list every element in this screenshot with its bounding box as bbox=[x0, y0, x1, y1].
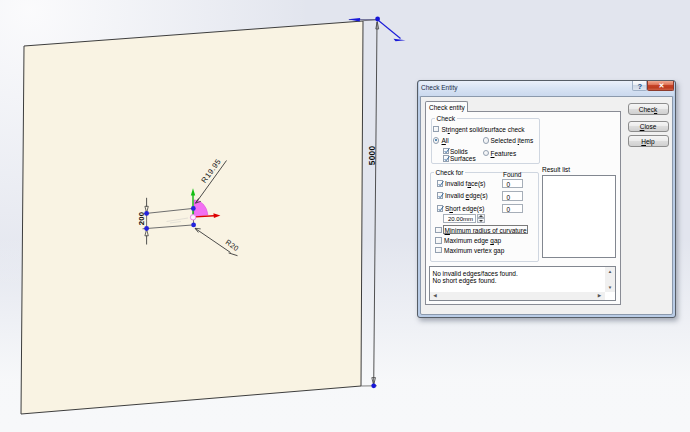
svg-text:5000: 5000 bbox=[367, 145, 377, 165]
